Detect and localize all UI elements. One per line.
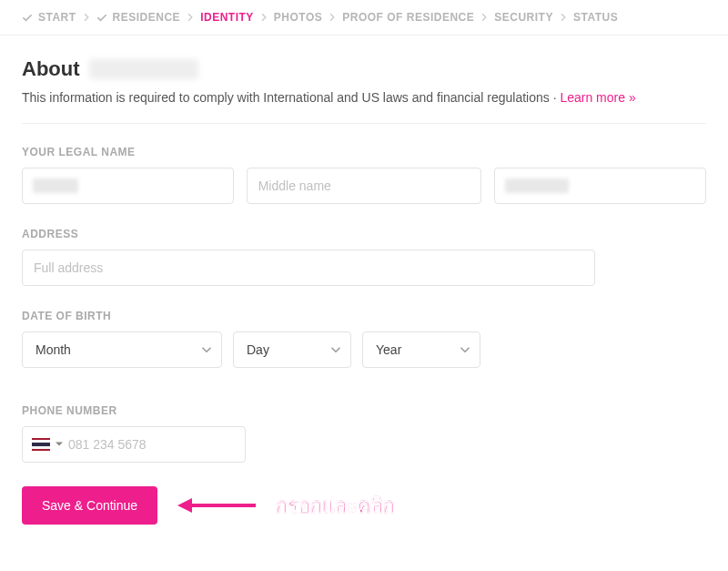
crumb-start[interactable]: START [22,11,76,24]
crumb-label: PROOF OF RESIDENCE [342,11,474,24]
divider [22,123,706,124]
chevron-right-icon [480,13,489,22]
crumb-proof[interactable]: PROOF OF RESIDENCE [342,11,474,24]
legal-name-label: YOUR LEGAL NAME [22,146,706,158]
crumb-label: START [38,11,76,24]
heading-row: About [22,57,706,81]
year-value: Year [376,342,460,357]
check-icon [22,12,33,23]
learn-more-link[interactable]: Learn more » [560,90,635,105]
breadcrumb: START RESIDENCE IDENTITY PHOTOS PROOF OF… [0,0,728,36]
compliance-text: This information is required to comply w… [22,90,706,105]
chevron-down-icon [460,344,470,355]
month-value: Month [35,342,201,357]
caret-down-icon[interactable] [56,441,63,448]
crumb-status[interactable]: STATUS [573,11,618,24]
phone-label: PHONE NUMBER [22,404,706,417]
first-name-input[interactable] [22,168,234,204]
address-input[interactable] [22,250,595,286]
action-row: Save & Continue กรอกและคลิก [22,486,706,525]
thailand-flag-icon[interactable] [32,438,50,451]
save-continue-button[interactable]: Save & Continue [22,486,157,525]
phone-field [22,426,246,463]
day-select[interactable]: Day [233,331,351,368]
crumb-label: IDENTITY [200,11,254,24]
svg-marker-1 [177,498,192,513]
phone-input[interactable] [68,437,236,452]
crumb-label: STATUS [573,11,618,24]
crumb-label: SECURITY [494,11,553,24]
chevron-right-icon [559,13,568,22]
year-select[interactable]: Year [362,331,480,368]
month-select[interactable]: Month [22,331,222,368]
crumb-label: PHOTOS [274,11,322,24]
chevron-right-icon [259,13,268,22]
redacted-name [89,59,198,79]
chevron-right-icon [328,13,337,22]
chevron-down-icon [330,344,341,355]
crumb-photos[interactable]: PHOTOS [274,11,322,24]
crumb-security[interactable]: SECURITY [494,11,553,24]
address-label: ADDRESS [22,228,706,240]
crumb-residence[interactable]: RESIDENCE [96,11,181,24]
last-name-input[interactable] [494,168,706,204]
chevron-right-icon [186,13,195,22]
page-title: About [22,57,80,81]
arrow-left-icon [176,494,258,517]
crumb-identity[interactable]: IDENTITY [200,11,254,24]
dob-label: DATE OF BIRTH [22,310,706,322]
day-value: Day [247,342,330,357]
annotation-text: กรอกและคลิก [276,490,395,522]
check-icon [96,12,107,23]
subtext-body: This information is required to comply w… [22,90,560,105]
content: About This information is required to co… [0,36,728,546]
chevron-right-icon [82,13,91,22]
middle-name-input[interactable] [247,168,482,204]
crumb-label: RESIDENCE [113,11,181,24]
chevron-down-icon [201,344,212,355]
